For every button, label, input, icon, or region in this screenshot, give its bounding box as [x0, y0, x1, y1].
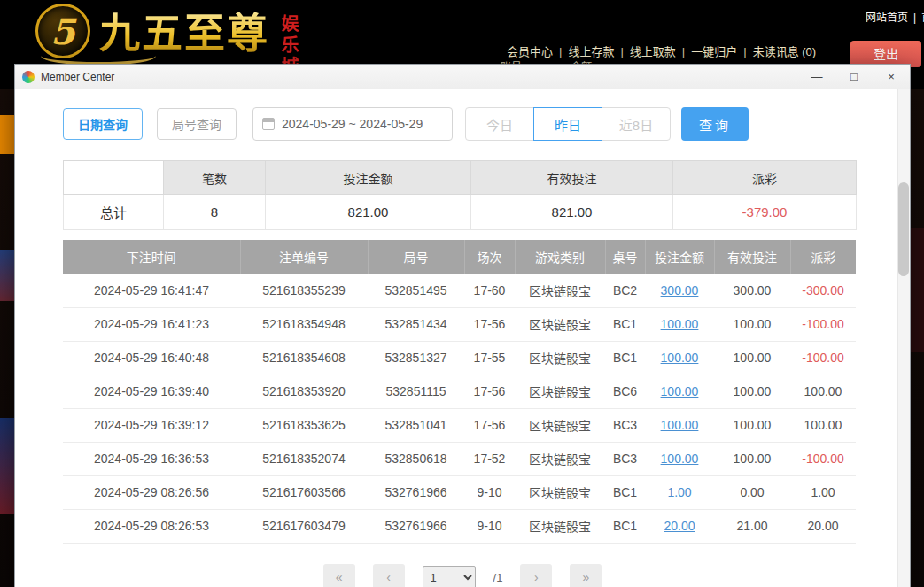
query-button[interactable]: 查询 [681, 107, 749, 141]
yesterday-button[interactable]: 昨日 [533, 107, 602, 141]
table-row: 2024-05-29 08:26:53521617603479532761966… [63, 509, 856, 543]
bet-amount-link[interactable]: 20.00 [664, 519, 695, 533]
summary-valid-bet: 821.00 [471, 195, 673, 230]
right-edge-decoration [911, 228, 924, 352]
top-right-separator: | [913, 12, 916, 24]
bet-amount-link[interactable]: 100.00 [661, 452, 699, 466]
table-row: 2024-05-29 16:39:12521618353625532851041… [63, 408, 856, 442]
col-header-session: 场次 [464, 240, 515, 274]
bet-amount-link[interactable]: 1.00 [667, 485, 691, 499]
table-row: 2024-05-29 08:26:56521617603566532761966… [63, 475, 856, 509]
orange-strip-decoration [0, 115, 14, 154]
logo-swirl-decoration [41, 46, 156, 66]
left-edge-decoration [0, 250, 14, 301]
top-right-links: 网站首页|首 [866, 9, 924, 24]
col-header-valid: 有效投注 [714, 240, 790, 274]
table-header-row: 下注时间 注单编号 局号 场次 游戏类别 桌号 投注金额 有效投注 派彩 [63, 240, 856, 274]
summary-count: 8 [164, 195, 266, 230]
summary-corner-cell [64, 161, 164, 195]
user-nav: 会员中心|线上存款|线上取款|一键归户|未读讯息 (0) [501, 42, 822, 59]
summary-header-row: 笔数 投注金额 有效投注 派彩 [64, 161, 857, 195]
quick-range-group: 今日 昨日 近8日 [465, 107, 671, 141]
bet-amount-link[interactable]: 100.00 [661, 418, 699, 432]
last-page-button[interactable]: » [570, 564, 602, 587]
bet-amount-link[interactable]: 100.00 [661, 384, 699, 398]
nav-one-key-transfer[interactable]: 一键归户 [691, 45, 737, 58]
table-row: 2024-05-29 16:40:48521618354608532851327… [63, 341, 856, 375]
tab-round-query[interactable]: 局号查询 [157, 108, 237, 140]
maximize-button[interactable]: □ [835, 65, 873, 89]
calendar-icon [262, 118, 275, 130]
tab-date-query[interactable]: 日期查询 [63, 108, 143, 140]
last8-days-button[interactable]: 近8日 [602, 107, 671, 141]
nav-member-center[interactable]: 会员中心 [507, 45, 553, 58]
date-range-value: 2024-05-29 ~ 2024-05-29 [282, 117, 423, 131]
close-button[interactable]: × [873, 65, 910, 89]
window-titlebar[interactable]: Member Center — □ × [15, 65, 910, 89]
page-select[interactable]: 1 [423, 566, 476, 587]
app-icon [22, 71, 35, 83]
col-header-bet-id: 注单编号 [240, 240, 368, 274]
first-page-button[interactable]: « [323, 564, 355, 587]
bet-amount-link[interactable]: 300.00 [661, 283, 699, 297]
pagination: « ‹ 1 /1 › » [15, 564, 910, 587]
summary-header-bet-amount: 投注金额 [266, 161, 471, 195]
date-range-input[interactable]: 2024-05-29 ~ 2024-05-29 [252, 107, 453, 141]
summary-payout: -379.00 [673, 195, 857, 230]
window-controls: — □ × [798, 65, 910, 89]
summary-total-label: 总计 [64, 195, 164, 230]
scrollbar-thumb[interactable] [898, 182, 909, 276]
window-content: 日期查询 局号查询 2024-05-29 ~ 2024-05-29 今日 昨日 … [15, 89, 910, 587]
today-button[interactable]: 今日 [465, 107, 534, 141]
table-row: 2024-05-29 16:41:47521618355239532851495… [63, 274, 856, 307]
bet-amount-link[interactable]: 100.00 [661, 351, 699, 365]
window-title: Member Center [41, 71, 114, 83]
scrollbar-track[interactable] [897, 89, 910, 587]
site-home-link[interactable]: 网站首页 [866, 12, 908, 24]
prev-page-button[interactable]: ‹ [373, 564, 405, 587]
summary-header-valid-bet: 有效投注 [471, 161, 673, 195]
nav-online-withdraw[interactable]: 线上取款 [630, 45, 676, 58]
table-row: 2024-05-29 16:39:40521618353920532851115… [63, 375, 856, 408]
minimize-button[interactable]: — [798, 65, 835, 89]
col-header-bet: 投注金额 [645, 240, 714, 274]
summary-bet-amount: 821.00 [266, 195, 471, 230]
nav-online-deposit[interactable]: 线上存款 [568, 45, 614, 58]
col-header-time: 下注时间 [63, 240, 240, 274]
summary-total-row: 总计 8 821.00 821.00 -379.00 [64, 195, 857, 230]
bet-records-table: 下注时间 注单编号 局号 场次 游戏类别 桌号 投注金额 有效投注 派彩 202… [63, 240, 856, 544]
col-header-game: 游戏类别 [515, 240, 605, 274]
col-header-table-no: 桌号 [605, 240, 645, 274]
nav-unread-messages[interactable]: 未读讯息 (0) [753, 45, 817, 58]
page-total: /1 [493, 571, 503, 584]
table-row: 2024-05-29 16:41:23521618354948532851434… [63, 307, 856, 341]
query-toolbar: 日期查询 局号查询 2024-05-29 ~ 2024-05-29 今日 昨日 … [63, 107, 749, 141]
member-center-window: Member Center — □ × 日期查询 局号查询 2024-05-29… [14, 64, 911, 587]
table-row: 2024-05-29 16:36:53521618352074532850618… [63, 442, 856, 475]
col-header-round-id: 局号 [368, 240, 464, 274]
bet-amount-link[interactable]: 100.00 [661, 317, 699, 331]
next-page-button[interactable]: › [520, 564, 552, 587]
summary-header-payout: 派彩 [673, 161, 857, 195]
summary-header-count: 笔数 [164, 161, 266, 195]
left-edge-decoration [0, 418, 14, 514]
col-header-payout: 派彩 [790, 240, 856, 274]
summary-table: 笔数 投注金额 有效投注 派彩 总计 8 821.00 821.00 -379.… [63, 160, 857, 230]
